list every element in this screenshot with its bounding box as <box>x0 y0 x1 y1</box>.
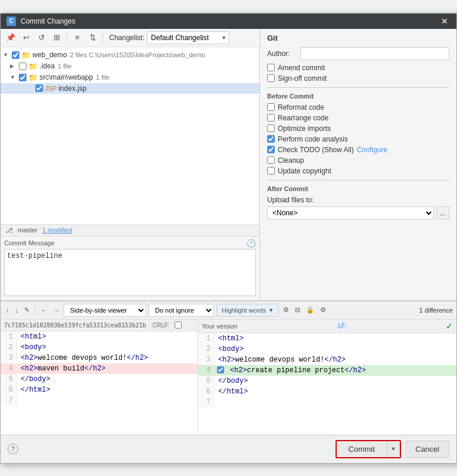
diff-count: 1 difference <box>419 307 453 314</box>
amend-commit-checkbox[interactable] <box>267 64 275 71</box>
app-icon-label: C <box>9 18 13 24</box>
diff-viewer-dropdown[interactable]: Side-by-side viewer <box>64 304 146 317</box>
webapp-checkbox[interactable] <box>19 74 27 81</box>
highlight-words-button[interactable]: Highlight words ▼ <box>216 304 279 317</box>
diff-right-linecode-1: <html> <box>215 333 456 344</box>
indexjsp-checkbox[interactable] <box>35 84 43 92</box>
expand-button[interactable]: ≡ <box>71 31 84 44</box>
diff-more-btn[interactable]: ⚙ <box>318 304 328 317</box>
diff-line-4-right: 4 <h2>create pipeline project</h2> <box>198 365 456 376</box>
reformat-checkbox[interactable] <box>267 103 275 111</box>
commit-message-input[interactable]: test-pipeline <box>4 249 256 296</box>
undo-button[interactable]: ↩ <box>19 31 32 44</box>
diff-ignore-dropdown[interactable]: Do not ignore <box>149 304 214 317</box>
left-panel: 📌 ↩ ↺ ⊞ ≡ ⇅ Changelist: Default Changeli… <box>1 29 260 300</box>
diff-right-header: Your version LF ✓ <box>198 320 456 333</box>
cleanup-checkbox[interactable] <box>267 156 275 164</box>
diff-right-panel: Your version LF ✓ 1 <html> 2 <body> 3 <h… <box>198 320 456 435</box>
idea-checkbox[interactable] <box>19 63 27 70</box>
changelist-dropdown[interactable]: Default Changelist ▼ <box>147 31 229 44</box>
diff-sep1 <box>35 306 35 315</box>
app-icon: C <box>6 17 16 26</box>
diff-linecode-5: </body> <box>17 374 198 385</box>
rearrange-label: Rearrange code <box>278 114 328 122</box>
tree-root[interactable]: ▼ 📁 web_demo 2 files C:\Users\15205\Idea… <box>1 50 259 61</box>
root-checkbox[interactable] <box>12 51 19 59</box>
diff-linecode-1: <html> <box>17 331 198 342</box>
close-button[interactable]: ✕ <box>439 17 451 26</box>
diff-linenum-7: 7 <box>1 395 17 406</box>
diff-linecode-3: <h2>welcome devops world!</h2> <box>17 353 198 363</box>
upload-dropdown[interactable]: <None> <box>267 206 434 219</box>
diff-columns-btn[interactable]: ⊟ <box>293 304 302 317</box>
commit-dropdown-arrow: ▼ <box>391 446 396 452</box>
author-input[interactable] <box>300 47 449 60</box>
help-button[interactable]: ? <box>8 444 18 454</box>
diff-line-6-right: 6 </html> <box>198 386 456 397</box>
diff-down-button[interactable]: ↓ <box>14 304 21 317</box>
cleanup-row: Cleanup <box>267 156 449 165</box>
diff-right-linenum-4: 4 <box>198 365 215 376</box>
diff-line-2-right: 2 <body> <box>198 344 456 354</box>
webapp-folder-icon: 📁 <box>28 73 38 82</box>
tree-idea[interactable]: ▶ 📁 .idea 1 file <box>1 61 259 72</box>
tree-indexjsp[interactable]: JSP index.jsp <box>1 83 259 94</box>
rearrange-checkbox[interactable] <box>267 114 275 122</box>
author-row: Author: <box>267 47 449 60</box>
right-panel: Git Author: Amend commit Sign-off commit… <box>260 29 456 300</box>
upload-settings-button[interactable]: … <box>436 206 449 219</box>
root-path: C:\Users\15205\IdeaProjects\web_demo <box>88 51 205 58</box>
copyright-checkbox[interactable] <box>267 167 275 175</box>
diff-prev-button[interactable]: ← <box>39 304 49 317</box>
file-tree: ▼ 📁 web_demo 2 files C:\Users\15205\Idea… <box>1 47 259 225</box>
diff-right-linenum-6: 6 <box>198 386 215 397</box>
author-label: Author: <box>267 50 297 58</box>
configure-link[interactable]: Configure <box>357 146 387 154</box>
sort-button[interactable]: ⇅ <box>86 31 99 44</box>
diff-right-linenum-1: 1 <box>198 333 215 344</box>
todo-checkbox[interactable] <box>267 146 275 153</box>
diff-settings-btn[interactable]: ⚙ <box>281 304 291 317</box>
diff-edit-button[interactable]: ✎ <box>22 304 31 317</box>
amend-commit-row: Amend commit <box>267 64 449 72</box>
diff-right-linecode-7 <box>215 397 456 408</box>
commit-button[interactable]: Commit <box>337 441 387 457</box>
idea-folder-icon: 📁 <box>28 62 38 71</box>
diff-right-linecode-4: <h2>create pipeline project</h2> <box>226 365 456 376</box>
cleanup-label: Cleanup <box>278 156 304 165</box>
idea-toggle: ▶ <box>10 63 17 69</box>
title-bar-left: C Commit Changes <box>6 17 75 26</box>
modified-badge[interactable]: 1 modified <box>42 226 73 234</box>
commit-message-label: Commit Message <box>4 239 55 247</box>
file-icon: JSP <box>45 85 57 92</box>
diff-left-header: 7c7185c1d1028036e539fcfa53313cea8153b21b… <box>1 320 198 331</box>
highlight-words-label: Highlight words <box>222 307 266 314</box>
analyze-checkbox[interactable] <box>267 135 275 143</box>
changelist-label: Changelist: <box>109 34 144 42</box>
diff-line-4-left: 4 <h2>maven build</h2> <box>1 363 198 374</box>
diff-left-panel: 7c7185c1d1028036e539fcfa53313cea8153b21b… <box>1 320 198 435</box>
diff-next-button[interactable]: → <box>51 304 61 317</box>
commit-dropdown-button[interactable]: ▼ <box>387 441 400 457</box>
group-button[interactable]: ⊞ <box>50 31 63 44</box>
redo-button[interactable]: ↺ <box>35 31 48 44</box>
tree-webapp[interactable]: ▼ 📁 src\main\webapp 1 file <box>1 72 259 83</box>
bottom-bar: ? Commit ▼ Cancel <box>1 435 456 463</box>
diff-line-7-left: 7 <box>1 395 198 406</box>
diff-linenum-4: 4 <box>1 363 17 374</box>
diff-right-line4-check[interactable] <box>217 366 224 373</box>
diff-line-3-right: 3 <h2>welcome devops world!</h2> <box>198 354 456 365</box>
pin-button[interactable]: 📌 <box>4 31 17 44</box>
diff-lock-btn[interactable]: 🔒 <box>304 304 316 317</box>
signoff-commit-checkbox[interactable] <box>267 74 275 82</box>
toolbar-separator2 <box>103 33 103 42</box>
optimize-checkbox[interactable] <box>267 124 275 132</box>
git-section-title: Git <box>267 34 449 42</box>
diff-up-button[interactable]: ↑ <box>4 304 11 317</box>
diff-left-check[interactable] <box>175 321 182 329</box>
cancel-button[interactable]: Cancel <box>406 441 449 458</box>
clock-icon: 🕐 <box>246 239 256 248</box>
diff-linenum-1: 1 <box>1 331 17 342</box>
root-meta: 2 files <box>70 51 87 58</box>
diff-right-linecode-2: <body> <box>215 344 456 354</box>
